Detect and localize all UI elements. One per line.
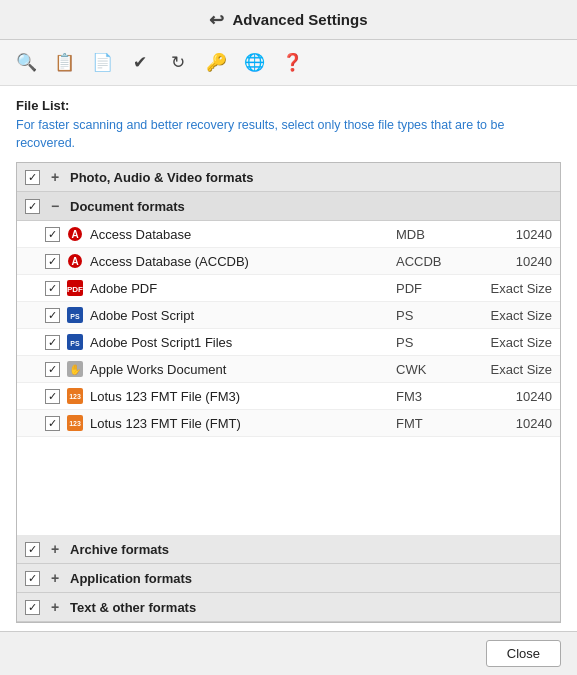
key-button[interactable]: 🔑 bbox=[200, 47, 232, 79]
table-row: AAccess Database (ACCDB)ACCDB10240 bbox=[17, 248, 560, 275]
file-type-icon: PS bbox=[66, 333, 84, 351]
file-size: 10240 bbox=[472, 389, 552, 404]
title-bar: ↩ Advanced Settings bbox=[0, 0, 577, 40]
file-type-icon: ✋ bbox=[66, 360, 84, 378]
file-name: Lotus 123 FMT File (FM3) bbox=[90, 389, 390, 404]
group-label-document-formats: Document formats bbox=[70, 199, 185, 214]
file-extension: FM3 bbox=[396, 389, 466, 404]
file-name: Adobe PDF bbox=[90, 281, 390, 296]
help-button[interactable]: ❓ bbox=[276, 47, 308, 79]
close-button[interactable]: Close bbox=[486, 640, 561, 667]
file-checkbox-1-4[interactable] bbox=[45, 335, 60, 350]
table-row: PDFAdobe PDFPDFExact Size bbox=[17, 275, 560, 302]
file-checkbox-1-5[interactable] bbox=[45, 362, 60, 377]
group-label-text-other-formats: Text & other formats bbox=[70, 600, 196, 615]
file-name: Access Database (ACCDB) bbox=[90, 254, 390, 269]
table-row: PSAdobe Post Script1 FilesPSExact Size bbox=[17, 329, 560, 356]
table-row: AAccess DatabaseMDB10240 bbox=[17, 221, 560, 248]
file-extension: PDF bbox=[396, 281, 466, 296]
file-size: 10240 bbox=[472, 254, 552, 269]
file-checkbox-1-3[interactable] bbox=[45, 308, 60, 323]
file-list-description: For faster scanning and better recovery … bbox=[16, 117, 561, 152]
file-extension: PS bbox=[396, 335, 466, 350]
globe-button[interactable]: 🌐 bbox=[238, 47, 270, 79]
paste-button[interactable]: 📄 bbox=[86, 47, 118, 79]
group-label-photo-audio-video: Photo, Audio & Video formats bbox=[70, 170, 253, 185]
check-button-icon: ✔ bbox=[133, 52, 147, 73]
group-label-application-formats: Application formats bbox=[70, 571, 192, 586]
help-button-icon: ❓ bbox=[282, 52, 303, 73]
file-extension: PS bbox=[396, 308, 466, 323]
file-name: Adobe Post Script bbox=[90, 308, 390, 323]
paste-button-icon: 📄 bbox=[92, 52, 113, 73]
group-row-document-formats[interactable]: −Document formats bbox=[17, 192, 560, 221]
file-checkbox-1-7[interactable] bbox=[45, 416, 60, 431]
group-expand-archive-formats[interactable]: + bbox=[46, 540, 64, 558]
group-checkbox-photo-audio-video[interactable] bbox=[25, 170, 40, 185]
svg-text:✋: ✋ bbox=[69, 363, 82, 376]
svg-text:123: 123 bbox=[69, 420, 81, 427]
file-size: Exact Size bbox=[472, 281, 552, 296]
search-button[interactable]: 🔍 bbox=[10, 47, 42, 79]
file-size: 10240 bbox=[472, 227, 552, 242]
refresh-button-icon: ↻ bbox=[171, 52, 185, 73]
table-row: PSAdobe Post ScriptPSExact Size bbox=[17, 302, 560, 329]
file-type-icon: PS bbox=[66, 306, 84, 324]
file-extension: CWK bbox=[396, 362, 466, 377]
file-name: Access Database bbox=[90, 227, 390, 242]
group-row-text-other-formats[interactable]: +Text & other formats bbox=[17, 593, 560, 622]
svg-text:123: 123 bbox=[69, 393, 81, 400]
group-files-document-formats: AAccess DatabaseMDB10240AAccess Database… bbox=[17, 221, 560, 535]
copy-button-icon: 📋 bbox=[54, 52, 75, 73]
group-label-archive-formats: Archive formats bbox=[70, 542, 169, 557]
toolbar: 🔍📋📄✔↻🔑🌐❓ bbox=[0, 40, 577, 86]
globe-button-icon: 🌐 bbox=[244, 52, 265, 73]
group-checkbox-archive-formats[interactable] bbox=[25, 542, 40, 557]
key-button-icon: 🔑 bbox=[206, 52, 227, 73]
file-type-icon: 123 bbox=[66, 387, 84, 405]
page-title: Advanced Settings bbox=[232, 11, 367, 28]
footer: Close bbox=[0, 631, 577, 675]
file-checkbox-1-1[interactable] bbox=[45, 254, 60, 269]
table-row: 123Lotus 123 FMT File (FMT)FMT10240 bbox=[17, 410, 560, 437]
group-expand-text-other-formats[interactable]: + bbox=[46, 598, 64, 616]
file-type-icon: A bbox=[66, 225, 84, 243]
file-extension: ACCDB bbox=[396, 254, 466, 269]
group-row-photo-audio-video[interactable]: +Photo, Audio & Video formats bbox=[17, 163, 560, 192]
group-row-archive-formats[interactable]: +Archive formats bbox=[17, 535, 560, 564]
file-list-label: File List: bbox=[16, 98, 561, 113]
group-expand-application-formats[interactable]: + bbox=[46, 569, 64, 587]
file-size: Exact Size bbox=[472, 335, 552, 350]
file-checkbox-1-2[interactable] bbox=[45, 281, 60, 296]
file-size: Exact Size bbox=[472, 362, 552, 377]
group-checkbox-text-other-formats[interactable] bbox=[25, 600, 40, 615]
group-row-application-formats[interactable]: +Application formats bbox=[17, 564, 560, 593]
copy-button[interactable]: 📋 bbox=[48, 47, 80, 79]
refresh-button[interactable]: ↻ bbox=[162, 47, 194, 79]
group-checkbox-document-formats[interactable] bbox=[25, 199, 40, 214]
file-name: Apple Works Document bbox=[90, 362, 390, 377]
group-checkbox-application-formats[interactable] bbox=[25, 571, 40, 586]
file-type-icon: A bbox=[66, 252, 84, 270]
file-extension: MDB bbox=[396, 227, 466, 242]
file-tree: +Photo, Audio & Video formats−Document f… bbox=[16, 162, 561, 623]
file-checkbox-1-0[interactable] bbox=[45, 227, 60, 242]
group-expand-document-formats[interactable]: − bbox=[46, 197, 64, 215]
svg-text:PS: PS bbox=[70, 340, 80, 347]
file-name: Lotus 123 FMT File (FMT) bbox=[90, 416, 390, 431]
main-content: File List: For faster scanning and bette… bbox=[0, 86, 577, 631]
group-expand-photo-audio-video[interactable]: + bbox=[46, 168, 64, 186]
file-name: Adobe Post Script1 Files bbox=[90, 335, 390, 350]
svg-text:A: A bbox=[71, 229, 78, 240]
svg-text:PS: PS bbox=[70, 313, 80, 320]
file-checkbox-1-6[interactable] bbox=[45, 389, 60, 404]
file-size: 10240 bbox=[472, 416, 552, 431]
file-size: Exact Size bbox=[472, 308, 552, 323]
table-row: 123Lotus 123 FMT File (FM3)FM310240 bbox=[17, 383, 560, 410]
check-button[interactable]: ✔ bbox=[124, 47, 156, 79]
file-type-icon: 123 bbox=[66, 414, 84, 432]
search-button-icon: 🔍 bbox=[16, 52, 37, 73]
back-icon[interactable]: ↩ bbox=[209, 9, 224, 31]
file-type-icon: PDF bbox=[66, 279, 84, 297]
svg-text:A: A bbox=[71, 256, 78, 267]
